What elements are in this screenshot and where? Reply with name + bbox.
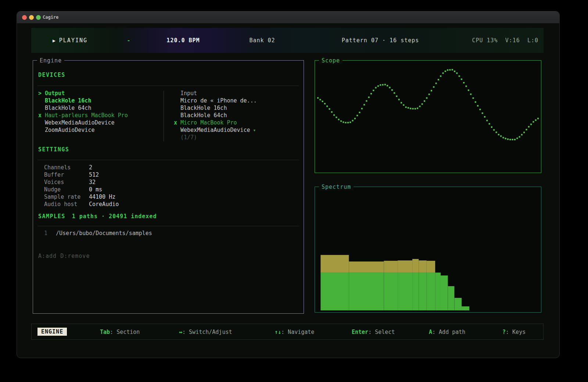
scope-panel-title: Scope <box>319 57 343 64</box>
sample-path-text: /Users/bubo/Documents/samples <box>56 230 152 237</box>
output-device-item[interactable]: ZoomAudioDevice <box>38 126 128 134</box>
settings-separator <box>37 160 299 160</box>
window-title: Cagire <box>43 15 58 20</box>
input-device-item[interactable]: Micro de « iPhone de... <box>174 97 257 104</box>
scope-waveform <box>315 61 541 173</box>
transport-bar: ▶PLAYING - 120.0 BPM Bank 02 Pattern 07 … <box>31 28 544 53</box>
cpu-stats: CPU 13% V:16 L:0 <box>472 28 538 53</box>
setting-value: 32 <box>89 179 96 185</box>
setting-value: CoreAudio <box>89 201 119 208</box>
settings-rows: Channels2Buffer512Voices32Nudge0 msSampl… <box>44 164 119 208</box>
input-device-item-label: Micro MacBook Pro <box>180 119 237 126</box>
engine-panel-title: Engine <box>37 57 64 64</box>
settings-heading: SETTINGS <box>38 146 69 153</box>
output-device-item-label: WebexMediaAudioDevice <box>45 119 115 126</box>
setting-label: Buffer <box>44 171 89 179</box>
setting-value: 512 <box>89 172 99 178</box>
bpm-display[interactable]: 120.0 BPM <box>140 28 226 53</box>
setting-label: Voices <box>44 179 89 186</box>
scope-panel: Scope <box>315 60 541 173</box>
play-icon: ▶ <box>53 38 55 43</box>
output-device-item-label: ZoomAudioDevice <box>45 127 94 133</box>
hint-add-path: A: Add path <box>429 329 465 335</box>
spectrum-panel-title: Spectrum <box>319 184 354 190</box>
setting-label: Audio host <box>44 201 89 208</box>
input-device-list: InputMicro de « iPhone de...BlackHole 16… <box>174 90 257 141</box>
more-below-icon: ▾ <box>250 127 256 133</box>
setting-row[interactable]: Channels2 <box>44 164 119 171</box>
output-device-header-label: Output <box>45 90 65 97</box>
input-device-item[interactable]: WebexMediaAudioDevice ▾ <box>174 126 257 134</box>
setting-label: Channels <box>44 164 89 171</box>
samples-heading-row: SAMPLES 1 paths · 20491 indexed <box>38 213 157 220</box>
samples-heading: SAMPLES <box>38 213 65 220</box>
hint-navigate: ↑↓: Navigate <box>275 329 314 335</box>
setting-row[interactable]: Buffer512 <box>44 171 119 179</box>
output-device-item[interactable]: BlackHole 16ch <box>38 97 128 104</box>
spectrum-bars <box>315 187 541 312</box>
engine-panel: Engine DEVICES >OutputBlackHole 16chBlac… <box>33 60 304 314</box>
setting-label: Sample rate <box>44 193 89 201</box>
minimize-button[interactable] <box>29 15 34 20</box>
setting-row[interactable]: Audio hostCoreAudio <box>44 201 119 208</box>
output-device-item-label: Haut-parleurs MacBook Pro <box>45 112 128 119</box>
device-column-divider <box>164 91 164 141</box>
output-device-header[interactable]: >Output <box>38 90 128 97</box>
transport-status: ▶PLAYING <box>31 28 109 53</box>
samples-summary: 1 paths · 20491 indexed <box>72 213 157 220</box>
input-device-item-label: BlackHole 16ch <box>180 105 227 111</box>
devices-separator <box>37 86 299 86</box>
output-device-item-label: BlackHole 64ch <box>45 105 91 111</box>
input-device-header[interactable]: Input <box>174 90 257 97</box>
output-device-list: >OutputBlackHole 16chBlackHole 64chxHaut… <box>38 90 128 134</box>
close-button[interactable] <box>22 15 27 20</box>
sample-path-row[interactable]: 1/Users/bubo/Documents/samples <box>44 230 152 237</box>
app-window: Cagire ▶PLAYING - 120.0 BPM Bank 02 Patt… <box>17 11 560 358</box>
input-device-item-label: WebexMediaAudioDevice <box>180 127 250 133</box>
setting-value: 2 <box>89 164 92 171</box>
output-device-item[interactable]: BlackHole 64ch <box>38 104 128 112</box>
setting-row[interactable]: Voices32 <box>44 179 119 186</box>
devices-heading: DEVICES <box>38 72 65 78</box>
bank-display[interactable]: Bank 02 <box>226 28 298 53</box>
samples-separator <box>37 226 299 226</box>
hint-switch: ↔: Switch/Adjust <box>179 329 232 335</box>
active-device-marker: x <box>174 119 180 126</box>
hint-keys: ?: Keys <box>502 329 526 335</box>
sample-path-index: 1 <box>44 230 56 237</box>
output-device-item[interactable]: xHaut-parleurs MacBook Pro <box>38 112 128 119</box>
samples-keys-hint: A:add D:remove <box>38 253 90 259</box>
input-device-item-label: BlackHole 64ch <box>180 112 227 119</box>
input-device-item-label: Micro de « iPhone de... <box>180 97 257 104</box>
spectrum-panel: Spectrum <box>315 187 541 313</box>
setting-value: 0 ms <box>89 186 102 193</box>
mode-badge: ENGINE <box>37 328 67 336</box>
input-device-item[interactable]: xMicro MacBook Pro <box>174 119 257 126</box>
screen: Cagire ▶PLAYING - 120.0 BPM Bank 02 Patt… <box>0 0 588 382</box>
input-device-item[interactable]: BlackHole 16ch <box>174 104 257 112</box>
titlebar: Cagire <box>17 11 559 24</box>
pattern-display[interactable]: Pattern 07 · 16 steps <box>298 28 463 53</box>
input-device-pager: (1/7) <box>174 134 257 141</box>
output-device-item[interactable]: WebexMediaAudioDevice <box>38 119 128 126</box>
input-device-item[interactable]: BlackHole 64ch <box>174 112 257 119</box>
zoom-button[interactable] <box>36 15 41 20</box>
active-device-marker: x <box>38 112 45 119</box>
output-device-item-label: BlackHole 16ch <box>45 97 91 104</box>
hint-select: Enter: Select <box>352 329 395 335</box>
status-bar: ENGINE Tab: Section ↔: Switch/Adjust ↑↓:… <box>31 324 544 340</box>
setting-row[interactable]: Sample rate44100 Hz <box>44 193 119 201</box>
setting-value: 44100 Hz <box>89 194 115 200</box>
setting-row[interactable]: Nudge0 ms <box>44 186 119 193</box>
transport-label: PLAYING <box>59 37 87 44</box>
input-device-header-label: Input <box>180 90 197 97</box>
hint-tab: Tab: Section <box>100 329 140 335</box>
cursor-marker: > <box>38 90 45 97</box>
setting-label: Nudge <box>44 186 89 193</box>
beat-tick: - <box>123 28 134 53</box>
